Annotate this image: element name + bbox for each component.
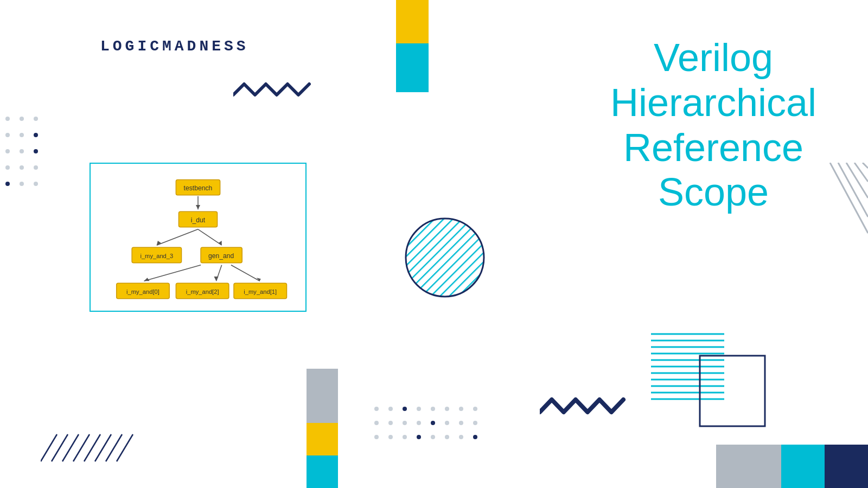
svg-text:i_dut: i_dut [191,216,206,224]
dot [417,435,421,439]
lines-decoration-right [651,329,770,434]
dot [431,435,435,439]
svg-line-2 [157,229,198,245]
dot [403,407,407,411]
dot [473,407,477,411]
dot [374,407,379,411]
yellow-bar [396,0,429,43]
dot [403,421,407,425]
wavy-decoration-top [233,79,315,100]
dot-grid-left [5,117,43,194]
bottom-center-bars [307,369,338,488]
bottom-teal-bar [307,455,338,488]
dot [417,407,421,411]
main-title: Verilog Hierarchical Reference Scope [591,35,835,215]
dot [20,117,24,121]
title-line4: Scope [591,170,835,215]
dot [34,117,38,121]
svg-line-54 [863,163,868,168]
dot [5,117,10,121]
bottom-right-gray [716,445,781,488]
logo: LOGICMADNESS [100,38,249,55]
dot [5,133,10,137]
bottom-right-teal [781,445,825,488]
svg-marker-1 [196,205,200,209]
dot [431,421,435,425]
dot [403,435,407,439]
dot [473,421,477,425]
svg-text:gen_and: gen_and [208,252,234,260]
dot [374,421,379,425]
dot [459,421,463,425]
dot [5,165,10,170]
dot [445,421,449,425]
svg-line-10 [231,265,260,281]
dot [459,435,463,439]
dot [445,435,449,439]
svg-line-52 [846,163,868,198]
svg-text:i_my_and[0]: i_my_and[0] [126,288,159,295]
dot [459,407,463,411]
bottom-yellow-bar [307,423,338,455]
dot [417,421,421,425]
dot [431,407,435,411]
dot [445,407,449,411]
svg-text:testbench: testbench [184,184,213,192]
dot [5,149,10,153]
bottom-right-dark [825,445,868,488]
dot [20,165,24,170]
dot [34,182,38,186]
bottom-right-blocks [716,445,868,488]
hierarchy-diagram: testbench i_dut i_my_and_3 gen_and i_my_… [90,163,307,312]
bottom-gray-bar [307,369,338,423]
teal-bar [396,43,429,92]
title-line1: Verilog [591,35,835,80]
dot [20,149,24,153]
svg-text:i_my_and[2]: i_my_and[2] [186,288,219,295]
title-line2: Hierarchical [591,80,835,125]
wavy-decoration-bottom [540,393,627,420]
svg-line-4 [198,229,222,245]
dot [388,407,393,411]
dot [34,133,38,137]
dot [388,435,393,439]
dot [20,182,24,186]
dot [34,149,38,153]
diagonal-lines-right [825,163,868,273]
title-line3: Reference [591,125,835,170]
dot [388,421,393,425]
svg-line-6 [144,265,201,281]
dot-grid-bottom [374,407,483,445]
dot [5,182,10,186]
dot [374,435,379,439]
svg-marker-9 [214,277,218,281]
svg-text:i_my_and_3: i_my_and_3 [140,253,173,259]
dot [473,435,477,439]
dot [20,133,24,137]
dot [34,165,38,170]
diagonal-lines-left [41,432,138,466]
striped-circle [401,214,488,301]
top-color-bars [396,0,429,92]
svg-text:i_my_and[1]: i_my_and[1] [244,288,277,295]
